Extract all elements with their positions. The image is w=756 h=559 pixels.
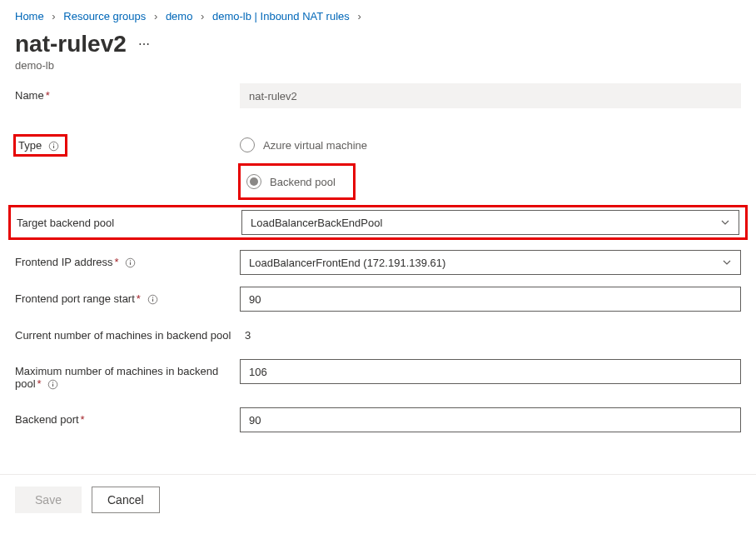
frontend-ip-value: LoadBalancerFrontEnd (172.191.139.61) xyxy=(249,257,445,269)
label-frontend-ip: Frontend IP address* xyxy=(10,250,240,274)
svg-rect-8 xyxy=(152,297,152,297)
form: Name* Type Azure virtual machine xyxy=(0,83,756,457)
svg-rect-10 xyxy=(52,384,53,387)
info-icon[interactable] xyxy=(147,294,158,305)
backend-port-input[interactable] xyxy=(240,407,741,432)
cancel-button[interactable]: Cancel xyxy=(92,487,160,513)
type-radio-bp[interactable]: Backend pool xyxy=(240,165,354,198)
breadcrumb-resource-groups[interactable]: Resource groups xyxy=(63,10,146,22)
target-backend-pool-select[interactable]: LoadBalancerBackEndPool xyxy=(241,210,739,235)
chevron-right-icon: › xyxy=(201,10,204,22)
frontend-port-start-input[interactable] xyxy=(240,287,741,312)
chevron-down-icon xyxy=(720,217,730,227)
chevron-right-icon: › xyxy=(52,10,55,22)
breadcrumb-lb-nat[interactable]: demo-lb | Inbound NAT rules xyxy=(212,10,350,22)
chevron-right-icon: › xyxy=(154,10,157,22)
max-machines-input[interactable] xyxy=(240,359,741,384)
chevron-down-icon xyxy=(722,257,732,267)
breadcrumb: Home › Resource groups › demo › demo-lb … xyxy=(0,0,756,27)
label-frontend-port-start: Frontend port range start* xyxy=(10,287,240,311)
svg-rect-7 xyxy=(152,299,152,302)
save-button[interactable]: Save xyxy=(15,487,82,513)
svg-rect-5 xyxy=(130,260,131,261)
label-backend-port: Backend port* xyxy=(10,407,240,432)
svg-rect-4 xyxy=(130,262,131,265)
footer: Save Cancel xyxy=(0,475,756,525)
info-icon[interactable] xyxy=(48,141,59,152)
breadcrumb-demo[interactable]: demo xyxy=(166,10,193,22)
chevron-right-icon: › xyxy=(357,10,361,22)
frontend-ip-select[interactable]: LoadBalancerFrontEnd (172.191.139.61) xyxy=(240,250,741,275)
svg-rect-2 xyxy=(53,143,54,144)
label-current-machines: Current number of machines in backend po… xyxy=(10,323,240,347)
current-machines-value: 3 xyxy=(240,323,741,347)
label-max-machines: Maximum number of machines in backend po… xyxy=(10,359,240,396)
info-icon[interactable] xyxy=(47,379,58,390)
label-target-backend-pool: Target backend pool xyxy=(12,211,241,235)
page-subtitle: demo-lb xyxy=(0,57,756,83)
target-backend-pool-value: LoadBalancerBackEndPool xyxy=(251,217,382,229)
name-field xyxy=(240,83,741,108)
info-icon[interactable] xyxy=(125,257,136,268)
breadcrumb-home[interactable]: Home xyxy=(15,10,44,22)
svg-rect-1 xyxy=(53,146,54,148)
svg-rect-11 xyxy=(52,382,53,382)
page-title: nat-rulev2 xyxy=(15,31,127,57)
type-radio-avm-label: Azure virtual machine xyxy=(263,139,367,152)
label-type: Type xyxy=(15,136,66,155)
type-radio-avm[interactable]: Azure virtual machine xyxy=(240,133,741,157)
more-actions-button[interactable]: ⋯ xyxy=(138,37,151,51)
type-radio-bp-label: Backend pool xyxy=(270,176,336,188)
label-name: Name* xyxy=(10,83,240,107)
